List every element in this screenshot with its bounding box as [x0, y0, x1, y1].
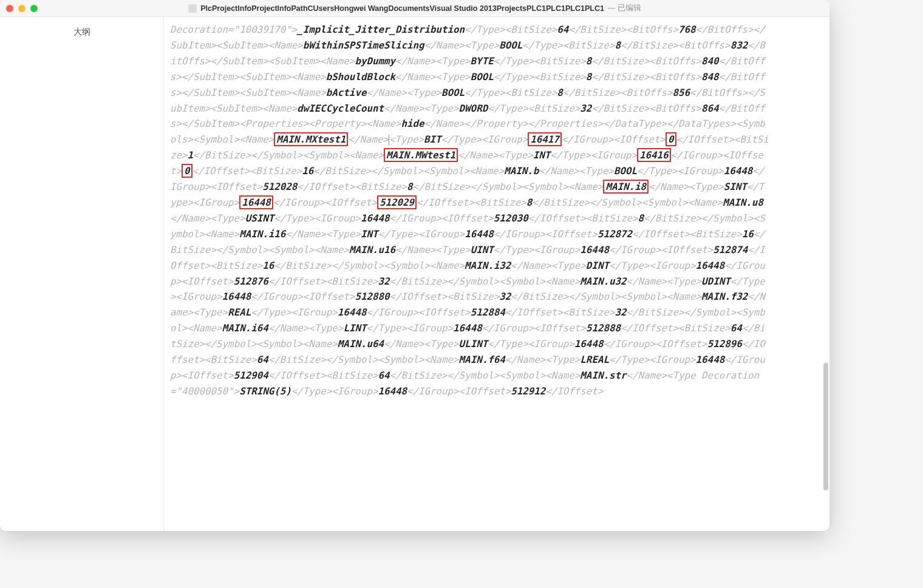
xml-tag: </DataTypes>	[667, 118, 736, 129]
xml-tag: <IGroup>	[176, 291, 222, 302]
document-content[interactable]: Decoration="10039170">_Implicit_Jitter_D…	[164, 17, 829, 404]
xml-tag: </BitSize>	[268, 354, 326, 365]
xml-tag: </IOffset>	[297, 181, 355, 192]
xml-tag: <BitOffs>	[678, 39, 731, 51]
xml-tag: </IGroup>	[407, 385, 459, 397]
content-wrap: Decoration="10039170">_Implicit_Jitter_D…	[164, 17, 829, 531]
xml-tag: <BitSize>	[505, 87, 557, 98]
zoom-icon[interactable]	[30, 5, 38, 12]
xml-value: byDummy	[355, 55, 395, 67]
xml-tag: </Name>	[511, 260, 551, 271]
xml-tag: </Symbol>	[590, 197, 642, 208]
xml-value: UDINT	[701, 275, 731, 287]
xml-tag: </Type>	[465, 24, 505, 35]
xml-value: 512904	[234, 370, 268, 381]
xml-tag: <Symbol>	[621, 291, 667, 302]
xml-tag: <Symbol>	[303, 149, 349, 161]
xml-tag: </BitSize>	[413, 181, 471, 192]
xml-tag: </IOffset>	[505, 306, 563, 318]
title-filename: PlcProjectInfoProjectInfoPathCUsersHongw…	[200, 4, 604, 13]
outline-sidebar[interactable]: 大纲	[0, 17, 164, 531]
xml-tag: </Type>	[251, 306, 291, 318]
xml-tag: </Symbol>	[701, 212, 754, 224]
xml-tag: <Name>	[239, 133, 274, 145]
xml-value: _Implicit_Jitter_Distribution	[297, 24, 465, 35]
xml-value: MAIN.u32	[580, 275, 626, 287]
xml-tag: <Type>	[689, 181, 724, 192]
xml-value: BOOL	[499, 39, 522, 51]
xml-tag: <BitSize>	[678, 322, 731, 334]
xml-tag: <Type>	[436, 244, 471, 255]
xml-tag: <BitOffs>	[621, 87, 673, 98]
xml-value: 512912	[511, 385, 545, 397]
xml-tag: </Symbol>	[332, 260, 384, 271]
xml-tag: <BitSize>	[474, 197, 526, 208]
xml-value: MAIN.f32	[701, 291, 748, 302]
scrollbar[interactable]	[823, 363, 828, 490]
xml-tag: </BitSize>	[274, 260, 332, 271]
xml-tag: <IGroup>	[678, 165, 724, 177]
xml-tag: <Type>	[499, 149, 533, 161]
xml-tag: <Property>	[308, 118, 366, 129]
xml-tag: <BitSize>	[355, 181, 407, 192]
xml-tag: </Name>	[395, 55, 436, 67]
xml-tag: </BitSize>	[626, 306, 684, 318]
xml-tag: <IOffset>	[211, 181, 263, 192]
xml-value: 16448	[580, 244, 609, 255]
xml-tag: <Name>	[349, 149, 384, 161]
xml-tag: </Type>	[494, 244, 534, 255]
xml-value: 16448	[724, 165, 753, 177]
xml-tag: <Name>	[667, 291, 701, 302]
xml-tag: <Type>	[308, 322, 343, 334]
xml-tag: <Type>	[436, 71, 471, 83]
xml-tag: <IGroup>	[649, 260, 695, 271]
editor-window: PlcProjectInfoProjectInfoPathCUsersHongw…	[0, 0, 829, 531]
xml-tag: <BitSize>	[563, 39, 615, 51]
xml-tag: </IGroup>	[482, 322, 534, 334]
xml-tag: <IOffset>	[418, 306, 471, 318]
xml-value: 64	[731, 322, 742, 334]
xml-value: 512876	[234, 275, 268, 287]
xml-tag: </IOffset>	[676, 133, 734, 145]
xml-value: MAIN.MXtest1	[274, 132, 348, 146]
xml-tag: <Symbol>	[378, 354, 424, 365]
xml-tag: <Type>	[579, 165, 614, 177]
xml-tag: <Name>	[262, 103, 297, 114]
xml-tag: </Type>	[488, 338, 528, 350]
xml-value: 8	[586, 71, 592, 83]
xml-tag: </Symbol>	[471, 181, 523, 192]
minimize-icon[interactable]	[18, 5, 26, 12]
xml-value: MAIN.i16	[239, 228, 285, 240]
xml-value: hide	[401, 118, 424, 129]
xml-value: BYTE	[471, 55, 494, 67]
xml-tag: </Name>	[268, 322, 309, 334]
xml-value: BOOL	[614, 165, 637, 177]
xml-tag: <Type>	[326, 228, 361, 240]
xml-tag: </IGroup>	[251, 291, 303, 302]
xml-tag: <SubItem>	[239, 87, 291, 98]
xml-value: 832	[731, 39, 748, 51]
xml-value: 16448	[465, 228, 494, 240]
xml-tag: </BitSize>	[591, 71, 649, 83]
xml-tag: <IOffset>	[459, 385, 511, 397]
xml-value: SINT	[724, 181, 747, 192]
xml-tag: <Name>	[545, 370, 580, 381]
xml-tag: </IGroup>	[609, 244, 661, 255]
xml-value: 0	[182, 164, 192, 178]
xml-value: 64	[257, 354, 268, 365]
xml-value: 512880	[355, 291, 389, 302]
xml-value: LREAL	[580, 354, 609, 365]
outline-label: 大纲	[0, 24, 163, 40]
xml-tag: <IOffset>	[655, 338, 707, 350]
xml-tag: </Symbol>	[251, 149, 303, 161]
xml-value: 32	[615, 306, 626, 318]
xml-tag: </Name>	[505, 354, 546, 365]
xml-tag: </Type>	[441, 133, 482, 145]
xml-value: bShouldBlock	[326, 71, 395, 83]
xml-value: 768	[678, 24, 696, 35]
xml-tag: <IGroup>	[332, 385, 378, 397]
xml-tag: <Symbol>	[522, 181, 568, 192]
close-icon[interactable]	[6, 5, 13, 12]
xml-value: BOOL	[471, 71, 494, 83]
xml-tag: </BitSize>	[644, 212, 701, 224]
